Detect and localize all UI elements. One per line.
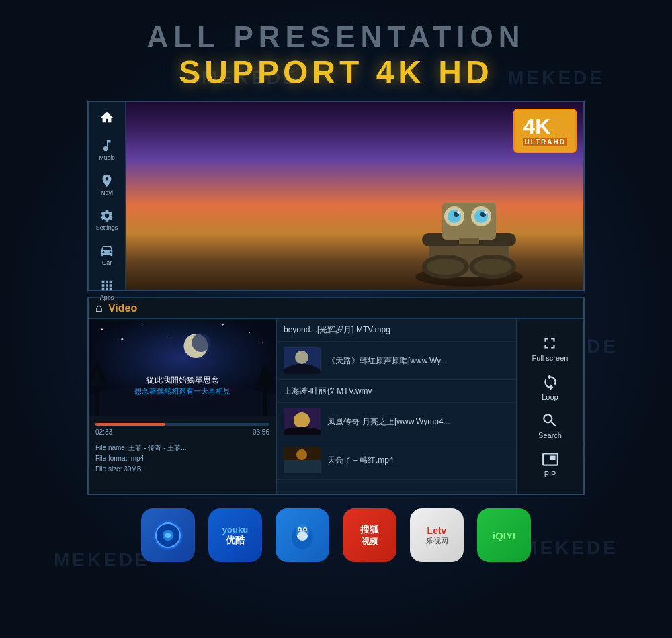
youku-text-top: youku (222, 525, 248, 535)
bottom-panel: ⌂ Video ◀ ☰ (87, 297, 585, 495)
car-icon (99, 243, 114, 258)
app-sohu[interactable]: 搜狐 视频 (343, 508, 396, 562)
apps-section: youku 优酷 搜狐 视频 (141, 508, 531, 562)
time-total: 03:56 (253, 428, 269, 436)
playlist-item-title: 上海滩-叶丽仪 MTV.wmv (284, 385, 509, 397)
sidebar-label-car: Car (102, 259, 112, 266)
svg-point-22 (222, 324, 224, 326)
loop-icon (542, 373, 559, 391)
loop-button[interactable]: Loop (538, 369, 563, 405)
sidebar-item-navi[interactable]: Navi (97, 171, 117, 199)
playlist-item[interactable]: 《天路》韩红原声原唱[www.Wy... (277, 342, 516, 380)
sidebar-item-apps[interactable]: Apps (97, 275, 117, 304)
svg-point-50 (298, 528, 300, 530)
sidebar-item-car[interactable]: Car (97, 240, 117, 269)
svg-point-37 (294, 412, 310, 428)
svg-point-23 (249, 332, 250, 333)
time-labels: 02:33 03:56 (95, 428, 269, 436)
fullscreen-label: Full screen (532, 354, 569, 362)
file-size: File size: 30MB (95, 464, 269, 475)
sidebar: Music Navi Settings Car (89, 102, 126, 290)
panel-title: Video (108, 302, 137, 314)
playlist-item[interactable]: 上海滩-叶丽仪 MTV.wmv (277, 380, 516, 403)
app-tengxun[interactable] (276, 508, 329, 562)
thumb-art (89, 319, 276, 416)
svg-point-52 (297, 531, 308, 541)
robot-svg (382, 129, 556, 290)
now-playing: ◀ ☰ (89, 319, 277, 494)
sidebar-item-settings[interactable]: Settings (93, 206, 121, 234)
svg-point-34 (295, 351, 308, 364)
playlist-thumb (284, 408, 321, 435)
svg-point-45 (165, 533, 171, 538)
app-youku[interactable]: youku 优酷 (208, 508, 262, 562)
search-label: Search (538, 431, 562, 439)
music-icon (99, 138, 114, 153)
playlist-item[interactable]: beyond.-.[光辉岁月].MTV.mpg (277, 319, 516, 342)
svg-point-18 (101, 328, 103, 330)
playlist-item-title: 天亮了－韩红.mp4 (327, 455, 509, 466)
letv-text-top: Letv (426, 525, 448, 536)
sidebar-item-home[interactable] (97, 107, 117, 129)
svg-rect-12 (459, 238, 479, 244)
file-name: File name: 王菲 - 传奇 - 王菲... (95, 443, 269, 453)
controls-panel: Full screen Loop Search (516, 319, 583, 494)
app-iqiyi[interactable]: iQIYI (477, 508, 531, 562)
thumb-art-2 (284, 347, 321, 374)
progress-bar[interactable] (95, 423, 269, 426)
search-button[interactable]: Search (534, 408, 566, 443)
svg-point-15 (427, 259, 464, 275)
page-title: ALL PRESENTATION (146, 20, 525, 54)
now-playing-thumb: 從此我開始獨單思念 想念著偶然相遇有一天再相見 (89, 319, 276, 416)
playlist-item-title: 凤凰传奇-月亮之上[www.Wymp4... (327, 416, 509, 428)
sidebar-label-apps: Apps (100, 294, 114, 301)
svg-point-21 (169, 335, 170, 336)
app-letv[interactable]: Letv 乐视网 (410, 508, 464, 562)
pip-button[interactable]: PIP (538, 447, 563, 482)
thumb-art-4 (284, 408, 321, 435)
player-container: Music Navi Settings Car (87, 101, 585, 291)
loop-label: Loop (542, 393, 558, 401)
progress-fill (95, 423, 165, 426)
apps-icon (99, 278, 114, 293)
svg-point-24 (262, 342, 263, 343)
panel-header: ⌂ Video (89, 298, 583, 319)
navi-icon (99, 173, 114, 188)
header-section: ALL PRESENTATION SUPPORT 4K HD (146, 0, 525, 91)
subtitle-line2: 想念著偶然相遇有一天再相見 (95, 386, 269, 396)
fullscreen-button[interactable]: Full screen (528, 330, 573, 366)
svg-point-11 (484, 211, 487, 214)
svg-point-10 (457, 211, 460, 214)
svg-point-19 (121, 338, 123, 340)
app-pptv[interactable] (141, 508, 195, 562)
playlist-item-title: beyond.-.[光辉岁月].MTV.mpg (284, 324, 509, 336)
playlist-item-title: 《天路》韩红原声原唱[www.Wy... (327, 355, 509, 367)
sohu-text-top: 搜狐 (360, 524, 379, 536)
search-icon (541, 412, 558, 429)
playlist-thumb (284, 347, 321, 374)
panel-body: ◀ ☰ (89, 319, 583, 494)
svg-point-41 (296, 449, 307, 460)
svg-point-20 (142, 325, 143, 326)
settings-icon (99, 208, 114, 223)
svg-point-51 (304, 528, 306, 530)
badge-4k-text: 4K (523, 114, 550, 138)
playlist: beyond.-.[光辉岁月].MTV.mpg 《天路》韩红原声原唱[www.W… (277, 319, 516, 494)
playlist-item[interactable]: 凤凰传奇-月亮之上[www.Wymp4... (277, 403, 516, 441)
sidebar-label-navi: Navi (101, 189, 113, 196)
subtitle-overlay: 從此我開始獨單思念 想念著偶然相遇有一天再相見 (95, 375, 269, 396)
subtitle-line1: 從此我開始獨單思念 (95, 375, 269, 386)
time-current: 02:33 (95, 428, 112, 436)
playlist-item[interactable]: 天亮了－韩红.mp4 (277, 441, 516, 480)
pptv-logo (148, 515, 188, 555)
pip-icon (542, 451, 559, 468)
sohu-text-bottom: 视频 (360, 536, 379, 547)
sidebar-item-music[interactable]: Music (96, 136, 118, 164)
tengxun-logo (284, 517, 321, 554)
badge-ultrahd-text: ULTRAHD (523, 138, 567, 146)
file-info: File name: 王菲 - 传奇 - 王菲... File format: … (89, 440, 276, 477)
letv-text-bottom: 乐视网 (426, 536, 448, 546)
sidebar-label-settings: Settings (96, 224, 118, 231)
home-icon (99, 110, 114, 125)
badge-4k: 4K ULTRAHD (513, 109, 577, 153)
